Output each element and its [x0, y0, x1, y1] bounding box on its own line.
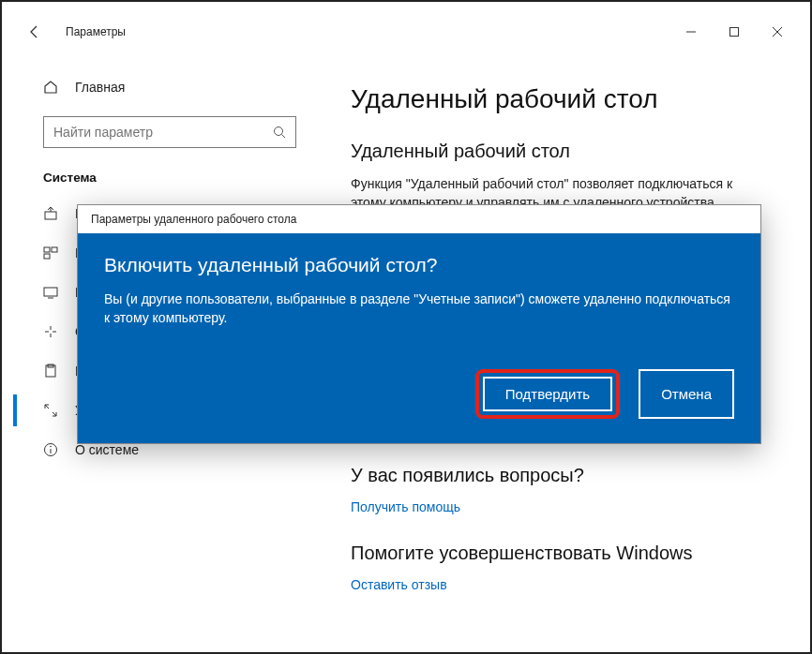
window-title: Параметры: [66, 25, 126, 38]
home-label: Главная: [75, 80, 125, 95]
svg-rect-8: [52, 247, 57, 252]
svg-point-22: [50, 446, 52, 448]
dialog-heading: Включить удаленный рабочий стол?: [104, 254, 734, 276]
svg-point-4: [275, 127, 283, 136]
svg-rect-9: [44, 254, 50, 259]
home-nav-item[interactable]: Главная: [43, 67, 306, 107]
section-heading: Удаленный рабочий стол: [351, 141, 765, 162]
help-link[interactable]: Получить помощь: [351, 499, 765, 514]
svg-line-18: [45, 405, 49, 409]
svg-rect-1: [730, 28, 739, 37]
dialog-titlebar: Параметры удаленного рабочего стола: [78, 205, 760, 233]
maximize-button[interactable]: [713, 17, 756, 47]
multitask-icon: [43, 245, 64, 260]
search-icon: [273, 126, 286, 139]
svg-rect-10: [44, 288, 57, 296]
project-icon: [43, 285, 64, 300]
cancel-button[interactable]: Отмена: [639, 369, 734, 419]
improve-heading: Помогите усовершенствовать Windows: [351, 543, 765, 564]
confirm-button[interactable]: Подтвердить: [483, 377, 612, 411]
svg-rect-6: [45, 212, 56, 219]
confirmation-dialog: Параметры удаленного рабочего стола Вклю…: [77, 204, 761, 444]
sidebar-item-label: О системе: [75, 442, 139, 457]
svg-rect-7: [44, 247, 50, 252]
svg-line-5: [282, 135, 286, 139]
questions-heading: У вас появились вопросы?: [351, 465, 765, 486]
home-icon: [43, 80, 62, 95]
page-title: Удаленный рабочий стол: [351, 84, 765, 114]
sidebar-section-title: Система: [43, 171, 306, 185]
search-input[interactable]: [43, 116, 296, 148]
back-button[interactable]: [26, 24, 43, 39]
dialog-text: Вы (и другие пользователи, выбранные в р…: [104, 290, 734, 328]
share-icon: [43, 206, 64, 221]
confirm-highlight: Подтвердить: [475, 369, 620, 419]
clipboard-icon: [43, 364, 64, 379]
search-field[interactable]: [53, 125, 273, 140]
close-button[interactable]: [756, 17, 799, 47]
info-icon: [43, 442, 64, 457]
experience-icon: [43, 324, 64, 339]
svg-line-19: [53, 412, 56, 416]
titlebar: Параметры: [13, 13, 799, 51]
remote-desktop-icon: [43, 403, 64, 418]
feedback-link[interactable]: Оставить отзыв: [351, 577, 765, 592]
minimize-button[interactable]: [669, 17, 713, 47]
